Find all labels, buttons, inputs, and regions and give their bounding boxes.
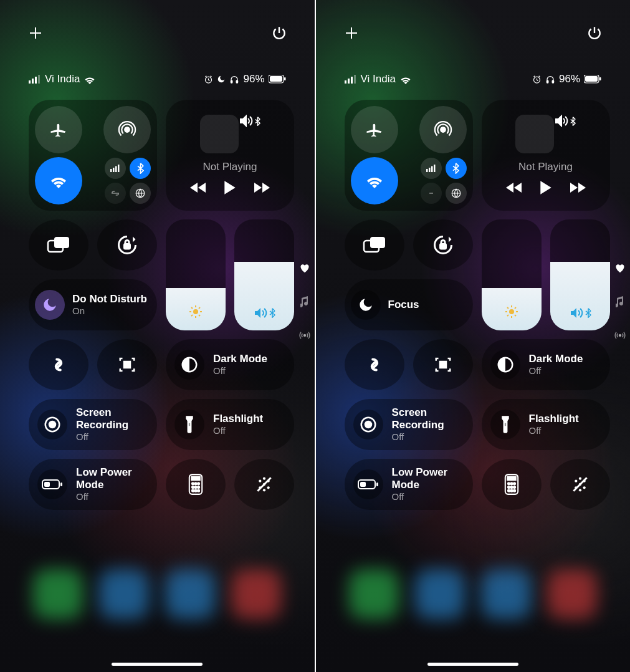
airdrop-icon — [434, 120, 452, 139]
shazam-button[interactable] — [29, 339, 88, 390]
low-power-tile[interactable]: Low Power ModeOff — [345, 459, 473, 510]
add-control-button[interactable] — [22, 20, 49, 46]
svg-rect-78 — [504, 423, 505, 426]
record-icon — [359, 415, 378, 434]
plus-icon — [28, 26, 43, 41]
battery-icon — [42, 479, 63, 490]
now-playing-tile[interactable]: Not Playing — [166, 100, 294, 211]
calculator-button[interactable] — [482, 459, 542, 510]
qr-scan-button[interactable] — [97, 339, 157, 390]
svg-point-35 — [198, 482, 199, 484]
flashlight-tile[interactable]: FlashlightOff — [166, 399, 294, 450]
svg-rect-68 — [370, 237, 385, 248]
focus-icon-wrap — [351, 290, 381, 320]
battery-icon — [358, 479, 379, 490]
page-indicator[interactable] — [614, 262, 626, 342]
brightness-slider[interactable] — [166, 219, 226, 330]
airplane-toggle[interactable] — [35, 106, 82, 153]
svg-rect-64 — [431, 166, 433, 173]
cellular-toggle[interactable] — [421, 158, 442, 179]
screen-recording-tile[interactable]: Screen RecordingOff — [345, 399, 473, 450]
moon-icon — [217, 75, 226, 84]
play-icon[interactable] — [223, 180, 237, 196]
svg-point-61 — [441, 127, 446, 132]
hotspot-toggle[interactable] — [421, 183, 442, 204]
mirror-icon — [47, 236, 70, 254]
svg-point-39 — [192, 490, 194, 492]
svg-point-44 — [263, 478, 265, 480]
dark-mode-tile[interactable]: Dark ModeOff — [482, 339, 610, 390]
rotation-lock-button[interactable] — [413, 219, 473, 271]
cellular-bars-icon — [110, 165, 120, 172]
cellular-bars-icon — [29, 75, 41, 84]
add-control-button[interactable] — [338, 20, 365, 46]
svg-point-26 — [49, 421, 57, 429]
sun-icon — [188, 304, 203, 319]
bluetooth-icon — [269, 308, 275, 318]
bluetooth-icon — [570, 117, 576, 126]
heart-icon — [614, 263, 626, 273]
play-icon[interactable] — [539, 180, 553, 196]
rewind-icon[interactable] — [189, 181, 207, 194]
vpn-toggle[interactable] — [130, 183, 151, 204]
silence-button[interactable] — [550, 459, 610, 510]
dark-mode-tile[interactable]: Dark ModeOff — [166, 339, 294, 390]
airplane-toggle[interactable] — [351, 106, 398, 153]
bluetooth-toggle[interactable] — [446, 158, 467, 179]
lpm-title: Low Power Mode — [76, 466, 157, 492]
rewind-icon[interactable] — [505, 181, 523, 194]
now-playing-tile[interactable]: Not Playing — [482, 100, 610, 211]
svg-point-86 — [513, 482, 515, 484]
svg-rect-60 — [599, 77, 601, 80]
wifi-toggle[interactable] — [35, 157, 82, 204]
wifi-toggle[interactable] — [351, 157, 398, 204]
svg-rect-65 — [434, 165, 436, 172]
forward-icon[interactable] — [253, 181, 270, 194]
silence-button[interactable] — [234, 459, 294, 510]
forward-icon[interactable] — [569, 181, 586, 194]
volume-slider[interactable] — [550, 219, 610, 330]
status-left: Vi India — [345, 73, 412, 85]
svg-rect-73 — [440, 365, 442, 368]
connectivity-group[interactable] — [345, 100, 473, 211]
globe-icon — [451, 188, 462, 199]
volume-slider[interactable] — [234, 219, 294, 330]
qr-scan-button[interactable] — [413, 339, 473, 390]
focus-tile[interactable]: Do Not Disturb On — [29, 279, 157, 330]
screen-mirroring-button[interactable] — [345, 219, 404, 271]
screen-recording-tile[interactable]: Screen RecordingOff — [29, 399, 157, 450]
svg-rect-17 — [54, 237, 69, 248]
screen-mirroring-button[interactable] — [29, 219, 88, 271]
headphones-icon — [545, 75, 555, 84]
rotation-lock-button[interactable] — [97, 219, 157, 271]
shazam-icon — [364, 354, 385, 375]
svg-rect-0 — [29, 80, 31, 84]
svg-point-93 — [575, 480, 577, 482]
vpn-toggle[interactable] — [446, 183, 467, 204]
low-power-tile[interactable]: Low Power ModeOff — [29, 459, 157, 510]
bluetooth-toggle[interactable] — [130, 158, 151, 179]
home-indicator[interactable] — [427, 663, 518, 666]
power-button[interactable] — [581, 20, 608, 46]
focus-tile[interactable]: Focus — [345, 279, 473, 330]
dark-mode-title: Dark Mode — [529, 353, 583, 365]
svg-point-46 — [263, 489, 265, 491]
svg-rect-2 — [35, 77, 37, 84]
cellular-toggle[interactable] — [105, 158, 126, 179]
flashlight-tile[interactable]: FlashlightOff — [482, 399, 610, 450]
link-icon — [426, 190, 437, 196]
airdrop-toggle[interactable] — [419, 106, 467, 153]
brightness-slider[interactable] — [482, 219, 542, 330]
svg-rect-22 — [124, 365, 126, 368]
home-indicator[interactable] — [112, 663, 203, 666]
hotspot-toggle[interactable] — [105, 183, 126, 204]
airdrop-toggle[interactable] — [103, 106, 151, 153]
page-indicator[interactable] — [298, 262, 311, 342]
flashlight-icon — [184, 415, 194, 434]
svg-point-101 — [619, 335, 621, 337]
svg-rect-20 — [124, 362, 126, 364]
connectivity-group[interactable] — [29, 100, 157, 211]
shazam-button[interactable] — [345, 339, 404, 390]
calculator-button[interactable] — [166, 459, 226, 510]
power-button[interactable] — [266, 20, 292, 46]
